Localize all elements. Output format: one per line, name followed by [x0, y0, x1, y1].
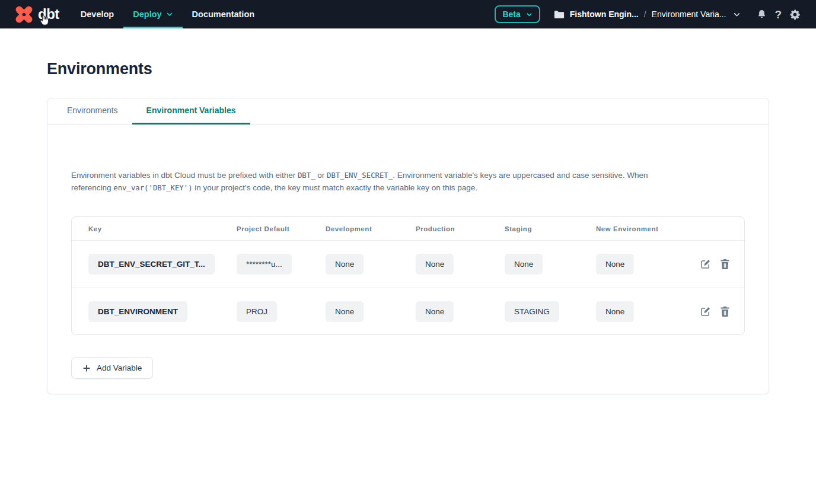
- nav-item-label: Documentation: [192, 9, 255, 19]
- table-cell: None: [326, 254, 416, 275]
- main-nav: Develop Deploy Documentation: [71, 0, 264, 28]
- table-cell: STAGING: [505, 301, 596, 322]
- tab-environments[interactable]: Environments: [53, 98, 132, 125]
- table-header-row: KeyProject DefaultDevelopmentProductionS…: [72, 217, 744, 241]
- code-span: DBT_ENV_SECRET_: [327, 171, 393, 180]
- table-cell: PROJ: [237, 301, 326, 322]
- chevron-down-icon: [166, 11, 173, 18]
- top-navbar: dbt Develop Deploy Documentation Beta: [0, 0, 816, 28]
- chevron-down-icon: [733, 11, 741, 18]
- row-actions: [700, 259, 730, 270]
- edit-variable-button[interactable]: [700, 306, 711, 317]
- variable-value-pill: None: [416, 254, 454, 275]
- variable-value-pill: PROJ: [237, 301, 277, 322]
- nav-item-deploy[interactable]: Deploy: [123, 0, 182, 28]
- bell-icon: [757, 9, 767, 20]
- help-icon: ?: [774, 9, 782, 20]
- variable-value-pill: None: [326, 254, 364, 275]
- variable-value-pill: None: [326, 301, 364, 322]
- gear-icon: [789, 9, 801, 20]
- chevron-down-icon: [526, 11, 533, 18]
- column-header: Key: [88, 225, 237, 232]
- settings-button[interactable]: [789, 9, 801, 20]
- beta-dropdown[interactable]: Beta: [495, 5, 540, 23]
- tab-bar: Environments Environment Variables: [47, 98, 769, 125]
- add-variable-button[interactable]: Add Variable: [71, 357, 153, 379]
- edit-icon: [700, 306, 711, 317]
- code-span: DBT_: [298, 171, 315, 180]
- trash-icon: [720, 306, 730, 317]
- plus-icon: [82, 364, 91, 372]
- column-header: Development: [326, 225, 416, 232]
- nav-item-label: Develop: [81, 9, 114, 19]
- table-cell: DBT_ENVIRONMENT: [88, 301, 237, 322]
- tab-environment-variables[interactable]: Environment Variables: [132, 98, 250, 125]
- text-span: in your project's code, the key must mat…: [193, 183, 478, 192]
- table-row: DBT_ENVIRONMENTPROJNoneNoneSTAGINGNone: [72, 288, 744, 334]
- main-content: Environments Environments Environment Va…: [0, 60, 816, 394]
- table-cell: None: [596, 301, 700, 322]
- variable-value-pill: ********u...: [237, 254, 292, 275]
- variable-key-pill: DBT_ENV_SECRET_GIT_T...: [88, 254, 215, 275]
- breadcrumb[interactable]: Fishtown Engin... / Environment Varia...: [554, 9, 741, 19]
- add-variable-label: Add Variable: [97, 363, 142, 372]
- card-body: Environment variables in dbt Cloud must …: [47, 125, 769, 394]
- delete-variable-button[interactable]: [720, 259, 730, 270]
- row-actions: [700, 306, 730, 317]
- breadcrumb-project: Fishtown Engin...: [570, 9, 639, 19]
- table-cell: DBT_ENV_SECRET_GIT_T...: [88, 254, 237, 275]
- navbar-left: dbt Develop Deploy Documentation: [0, 0, 264, 28]
- notifications-button[interactable]: [757, 9, 767, 20]
- variable-value-pill: None: [416, 301, 454, 322]
- help-button[interactable]: ?: [774, 9, 782, 20]
- folder-icon: [554, 10, 565, 19]
- column-header: New Environment: [596, 225, 730, 232]
- table-cell: ********u...: [237, 254, 326, 275]
- dbt-logo[interactable]: dbt: [0, 0, 71, 28]
- table-cell: None: [416, 254, 505, 275]
- table-cell: None: [326, 301, 416, 322]
- breadcrumb-separator: /: [644, 9, 646, 19]
- delete-variable-button[interactable]: [720, 306, 730, 317]
- variable-value-pill: STAGING: [505, 301, 559, 322]
- breadcrumb-page: Environment Varia...: [652, 9, 726, 19]
- code-span: env_var('DBT_KEY'): [113, 184, 192, 192]
- edit-variable-button[interactable]: [700, 259, 711, 270]
- edit-icon: [700, 259, 711, 270]
- nav-item-label: Deploy: [133, 9, 161, 19]
- dbt-logo-icon: [13, 4, 35, 25]
- variable-value-pill: None: [596, 301, 634, 322]
- table-cell: None: [596, 254, 700, 275]
- dbt-wordmark: dbt: [38, 7, 59, 21]
- variable-value-pill: None: [505, 254, 543, 275]
- beta-label: Beta: [502, 9, 520, 19]
- text-span: or: [315, 171, 327, 180]
- trash-icon: [720, 259, 730, 270]
- variable-key-pill: DBT_ENVIRONMENT: [88, 301, 187, 322]
- variable-value-pill: None: [596, 254, 634, 275]
- nav-item-develop[interactable]: Develop: [71, 0, 123, 28]
- page-title: Environments: [47, 60, 816, 78]
- table-cell: None: [416, 301, 505, 322]
- column-header: Project Default: [237, 225, 326, 232]
- column-header: Staging: [505, 225, 596, 232]
- table-body: DBT_ENV_SECRET_GIT_T...********u...NoneN…: [72, 241, 744, 334]
- table-row: DBT_ENV_SECRET_GIT_T...********u...NoneN…: [72, 241, 744, 288]
- environment-variables-table: KeyProject DefaultDevelopmentProductionS…: [71, 216, 745, 335]
- nav-item-documentation[interactable]: Documentation: [183, 0, 264, 28]
- text-span: Environment variables in dbt Cloud must …: [71, 171, 298, 180]
- page-description: Environment variables in dbt Cloud must …: [71, 170, 688, 194]
- environments-card: Environments Environment Variables Envir…: [47, 98, 769, 394]
- column-header: Production: [416, 225, 505, 232]
- navbar-right: Beta Fishtown Engin... / Environment Var…: [495, 0, 801, 28]
- table-cell: None: [505, 254, 596, 275]
